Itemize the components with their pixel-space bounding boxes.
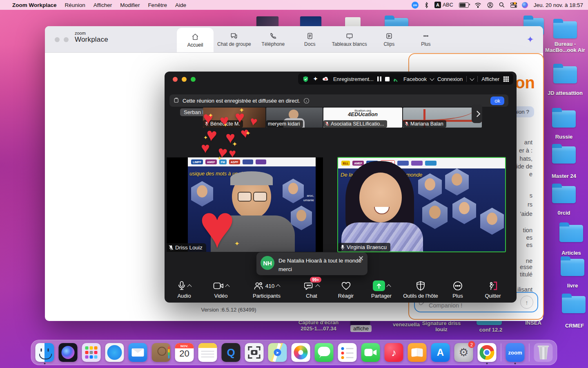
menu-aide[interactable]: Aide bbox=[171, 2, 190, 8]
chevron-up-icon[interactable] bbox=[276, 284, 281, 289]
dock-reminders-icon[interactable] bbox=[338, 343, 357, 362]
video-thumbnail-asociatia[interactable]: ilication.org 4EDUcation Asociatia SELLi… bbox=[323, 108, 402, 128]
close-icon[interactable] bbox=[359, 256, 363, 260]
zoom-button[interactable] bbox=[191, 77, 196, 82]
dock-maps-icon[interactable]: ➤ bbox=[268, 343, 287, 362]
video-thumbnail-meryem[interactable]: meryem kidari bbox=[266, 108, 323, 128]
folder-articles[interactable] bbox=[559, 225, 583, 242]
video-button[interactable]: Vidéo bbox=[202, 280, 240, 299]
participants-button[interactable]: 410 Participants bbox=[242, 280, 291, 299]
folder-orcid[interactable] bbox=[552, 186, 576, 203]
dock-trash-icon[interactable] bbox=[534, 343, 553, 362]
connexion-chevron-icon[interactable] bbox=[470, 76, 474, 81]
folder-master24[interactable] bbox=[552, 146, 576, 164]
chevron-up-icon[interactable] bbox=[386, 284, 391, 289]
dock-contacts-icon[interactable] bbox=[152, 343, 171, 362]
ai-text-fragment: rs bbox=[528, 201, 532, 208]
dock-screenshot-icon[interactable] bbox=[245, 343, 264, 362]
window-dot-2[interactable] bbox=[64, 37, 69, 42]
ai-companion-icon[interactable]: ✦ bbox=[527, 34, 534, 45]
menu-afficher[interactable]: Afficher bbox=[89, 2, 116, 8]
input-source-indicator[interactable]: A ABC bbox=[434, 2, 453, 8]
file-signature-label[interactable]: Signature drisslouiz bbox=[417, 320, 466, 332]
folder-bureau[interactable] bbox=[553, 21, 577, 38]
more-button[interactable]: Plus bbox=[439, 280, 477, 299]
dock-launchpad-icon[interactable] bbox=[82, 343, 101, 362]
chat-notification-popup[interactable]: NH De Natalia Hioară à tout le monde mer… bbox=[256, 252, 368, 275]
dock-chrome-icon[interactable] bbox=[478, 343, 497, 362]
dock-zoom-icon[interactable]: zoom bbox=[506, 343, 525, 362]
zoom-status-icon[interactable]: zm bbox=[412, 2, 419, 9]
banner-ok-button[interactable]: ok bbox=[490, 96, 504, 105]
dock-settings-icon[interactable]: ⚙ 2 bbox=[454, 343, 473, 362]
control-center-icon[interactable] bbox=[510, 2, 516, 8]
dock-facetime-icon[interactable] bbox=[361, 343, 380, 362]
react-button[interactable]: Réagir bbox=[327, 280, 365, 299]
video-tile-virginia[interactable]: ELL AMEF LIMPF ARPF De la musique des mo… bbox=[337, 157, 506, 252]
tab-docs[interactable]: Docs bbox=[292, 26, 328, 52]
chevron-up-icon[interactable] bbox=[315, 284, 320, 289]
close-button[interactable] bbox=[173, 77, 178, 82]
menu-reunion[interactable]: Réunion bbox=[61, 2, 89, 8]
video-thumbnail-mariana[interactable]: Mariana Balan bbox=[403, 108, 482, 128]
dock-photos-icon[interactable] bbox=[292, 343, 310, 362]
leave-button[interactable]: Quitter bbox=[474, 280, 512, 299]
tab-plus[interactable]: Plus bbox=[408, 26, 444, 52]
chevron-up-icon[interactable] bbox=[225, 284, 229, 289]
tab-clips[interactable]: Clips bbox=[371, 26, 408, 52]
video-tile-driss[interactable]: LIMPF AMEF FM ASPF usique des mots à ue … bbox=[167, 157, 323, 252]
folder-livre-label: livre bbox=[548, 283, 588, 289]
security-shield-icon[interactable] bbox=[302, 76, 309, 83]
chat-button[interactable]: 99+ Chat bbox=[293, 280, 330, 299]
wifi-icon[interactable] bbox=[474, 2, 481, 8]
dock-messages-icon[interactable] bbox=[315, 343, 334, 362]
dock-notes-icon[interactable] bbox=[198, 343, 217, 362]
spotlight-search-icon[interactable] bbox=[499, 2, 505, 8]
tab-chat-de-groupe[interactable]: Chat de groupe bbox=[214, 26, 255, 52]
connexion-label[interactable]: Connexion bbox=[437, 76, 463, 82]
minimize-button[interactable] bbox=[182, 77, 187, 82]
file-capture-label[interactable]: Capture d'écran2025-1....07.34 bbox=[292, 319, 345, 332]
menu-clock[interactable]: Jeu. 20 nov. à 18:57 bbox=[534, 2, 583, 8]
maps-arrow: ➤ bbox=[274, 349, 281, 356]
dock-quicktime-icon[interactable]: Q bbox=[222, 343, 241, 362]
window-dot-1[interactable] bbox=[55, 37, 60, 42]
file-affiche-label[interactable]: affiche bbox=[350, 325, 372, 332]
audio-button[interactable]: Audio bbox=[165, 280, 203, 299]
chevron-up-icon[interactable] bbox=[187, 284, 192, 289]
folder-russie[interactable] bbox=[552, 110, 576, 128]
dock-mail-icon[interactable] bbox=[129, 343, 147, 362]
menu-app-name[interactable]: Zoom Workplace bbox=[8, 2, 61, 8]
stop-recording-button[interactable] bbox=[385, 77, 390, 81]
dock-siri-icon[interactable] bbox=[59, 343, 78, 362]
folder-jd[interactable] bbox=[553, 66, 577, 83]
dock-books-icon[interactable] bbox=[408, 343, 427, 362]
folder-crmef[interactable] bbox=[562, 296, 586, 313]
tab-telephone[interactable]: Téléphone bbox=[255, 26, 292, 52]
ai-sparkle-icon[interactable]: ✦ bbox=[313, 75, 318, 83]
stream-chevron-icon[interactable] bbox=[430, 76, 434, 81]
dock-finder-icon[interactable] bbox=[36, 343, 54, 362]
stream-service-label[interactable]: Facebook bbox=[403, 76, 427, 82]
dock-safari-icon[interactable] bbox=[105, 343, 124, 362]
menu-modifier[interactable]: Modifier bbox=[116, 2, 144, 8]
filmstrip-next-button[interactable] bbox=[472, 104, 482, 123]
user-account-icon[interactable] bbox=[487, 2, 493, 8]
siri-icon[interactable] bbox=[522, 2, 528, 8]
view-grid-icon[interactable] bbox=[503, 76, 509, 82]
folder-livre[interactable] bbox=[561, 259, 584, 276]
tab-accueil[interactable]: Accueil bbox=[177, 28, 214, 52]
bluetooth-icon[interactable] bbox=[424, 2, 429, 8]
dock-appstore-icon[interactable]: A bbox=[431, 343, 450, 362]
battery-icon[interactable] bbox=[459, 2, 469, 8]
file-conf-label[interactable]: conf 12.2 bbox=[466, 327, 515, 333]
menu-fenetre[interactable]: Fenêtre bbox=[144, 2, 171, 8]
afficher-label[interactable]: Afficher bbox=[481, 76, 499, 82]
sparkle-reaction: ✦ bbox=[203, 135, 208, 140]
dock-music-icon[interactable]: ♪ bbox=[385, 343, 403, 362]
dock-calendar-icon[interactable]: NOV. 20 bbox=[175, 343, 194, 362]
info-icon[interactable] bbox=[303, 98, 310, 104]
ai-send-button[interactable]: ↑ bbox=[520, 296, 533, 309]
tab-tableaux-blancs[interactable]: Tableaux blancs bbox=[328, 26, 371, 52]
pause-recording-button[interactable] bbox=[377, 76, 381, 81]
